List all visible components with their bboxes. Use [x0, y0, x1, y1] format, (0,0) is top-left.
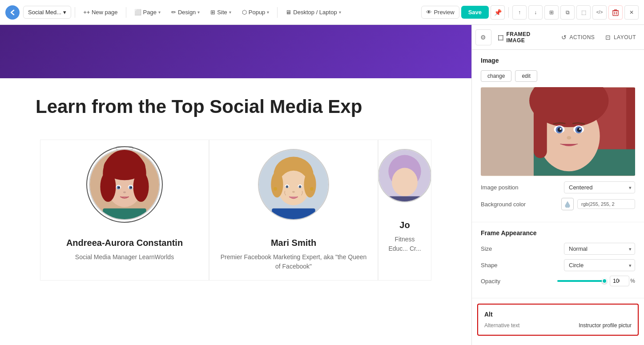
tab-layout[interactable]: ⊡ LAYOUT: [601, 31, 640, 44]
size-select[interactable]: Normal Small Large: [564, 243, 635, 255]
instructor-name-3: Jo: [399, 220, 410, 230]
svg-point-45: [577, 128, 581, 132]
delete-icon: [612, 9, 619, 16]
image-action-buttons: change edit: [481, 70, 635, 82]
opacity-slider-track[interactable]: [557, 280, 606, 282]
save-label: Save: [468, 9, 482, 16]
popup-menu[interactable]: ⬡ Popup ▾: [237, 6, 274, 18]
alt-text-label: Alternative text: [484, 322, 519, 329]
save-button[interactable]: Save: [461, 6, 489, 19]
bg-color-label: Background color: [481, 201, 526, 208]
framed-image-icon: ⬚: [498, 34, 504, 41]
device-chevron: ▾: [339, 10, 341, 15]
instructor-avatar-3[interactable]: [378, 149, 431, 202]
popup-icon: ⬡: [242, 9, 247, 16]
pin-button[interactable]: 📌: [491, 5, 505, 20]
avatar-image-1: [90, 149, 159, 220]
device-label: Desktop / Laptop: [293, 9, 337, 16]
pin-icon: 📌: [494, 9, 502, 16]
move-down-button[interactable]: ↓: [528, 5, 543, 20]
layout-view-button[interactable]: ⊞: [544, 5, 559, 20]
site-name-dropdown[interactable]: Social Med... ▾: [23, 6, 71, 19]
right-panel: ⚙ ⬚ FRAMED IMAGE ↺ ACTIONS ⊡ LAYOUT Imag…: [471, 25, 644, 345]
opacity-controls: %: [557, 276, 635, 286]
page-menu[interactable]: ⬜ Page ▾: [130, 6, 165, 18]
code-button[interactable]: </>: [592, 5, 607, 20]
actions-icon: ↺: [561, 34, 567, 41]
alt-text-value: Instructor profile pictur: [579, 322, 632, 329]
edit-image-button[interactable]: edit: [515, 70, 537, 82]
instructor-card-1[interactable]: Andreea-Aurora Constantin Social Media M…: [40, 140, 209, 281]
avatar-image-3: [379, 149, 431, 202]
design-chevron: ▾: [197, 10, 200, 15]
site-name-chevron: ▾: [63, 9, 66, 16]
bg-color-swatch[interactable]: [561, 198, 574, 210]
change-image-button[interactable]: change: [481, 70, 511, 82]
size-label: Size: [481, 245, 492, 252]
shape-select[interactable]: Circle Square Rounded: [564, 259, 635, 271]
avatar-image-2: [259, 149, 328, 220]
opacity-slider-thumb[interactable]: [602, 278, 607, 284]
instructor-name-2: Mari Smith: [271, 238, 316, 248]
gear-icon: ⚙: [480, 34, 486, 41]
preview-button[interactable]: 👁 Preview: [421, 6, 459, 19]
alt-text-row: Alternative text Instructor profile pict…: [484, 322, 632, 329]
svg-rect-0: [613, 11, 618, 16]
frame-icon: ⬚: [581, 9, 586, 16]
frame-button[interactable]: ⬚: [576, 5, 591, 20]
image-position-select[interactable]: Centered Top Bottom: [564, 181, 635, 193]
page-heading: Learn from the Top Social Media Exp: [27, 96, 445, 117]
svg-point-47: [579, 128, 581, 130]
back-button[interactable]: [5, 5, 20, 20]
close-panel-button[interactable]: ✕: [624, 5, 639, 20]
svg-rect-39: [534, 105, 547, 158]
popup-chevron: ▾: [267, 10, 269, 15]
svg-point-26: [274, 187, 277, 191]
move-up-button[interactable]: ↑: [512, 5, 527, 20]
svg-point-18: [271, 172, 283, 198]
design-label: Design: [178, 9, 196, 16]
svg-point-25: [292, 191, 295, 193]
close-icon: ✕: [629, 9, 634, 16]
opacity-input[interactable]: [610, 276, 629, 286]
opacity-value-wrap: %: [610, 276, 635, 286]
site-menu[interactable]: ⊞ Site ▾: [206, 6, 235, 18]
svg-point-19: [304, 172, 316, 198]
design-menu[interactable]: ✏ Design ▾: [167, 6, 204, 18]
panel-gear-button[interactable]: ⚙: [475, 29, 491, 45]
layout-icon: ⊡: [605, 34, 611, 41]
instructors-grid: Andreea-Aurora Constantin Social Media M…: [27, 140, 445, 281]
site-icon: ⊞: [210, 9, 215, 16]
delete-button[interactable]: [608, 5, 623, 20]
bg-color-input[interactable]: [577, 199, 635, 209]
instructor-avatar-2[interactable]: [258, 149, 329, 220]
tab-actions-label: ACTIONS: [570, 34, 595, 40]
instructor-avatar-1[interactable]: [89, 149, 160, 220]
image-preview[interactable]: [481, 87, 635, 176]
site-chevron: ▾: [229, 10, 231, 15]
preview-image-svg: [481, 87, 635, 176]
canvas-area[interactable]: Learn from the Top Social Media Exp: [0, 25, 471, 345]
opacity-label: Opacity: [481, 278, 500, 285]
code-icon: </>: [596, 10, 603, 15]
tab-framed-image-label: FRAMED IMAGE: [506, 31, 551, 44]
new-page-label: + New page: [87, 9, 118, 16]
copy-button[interactable]: ⧉: [560, 5, 575, 20]
site-name-label: Social Med...: [28, 9, 61, 16]
divider-3: [277, 7, 278, 18]
panel-tabs: ⚙ ⬚ FRAMED IMAGE ↺ ACTIONS ⊡ LAYOUT: [472, 25, 644, 50]
shape-row: Shape Circle Square Rounded: [481, 259, 635, 271]
svg-rect-7: [103, 209, 146, 220]
tab-framed-image[interactable]: ⬚ FRAMED IMAGE: [493, 28, 555, 46]
up-arrow-icon: ↑: [518, 9, 521, 16]
instructor-card-3[interactable]: Jo Fitness Educ... Cr...: [378, 140, 431, 281]
device-selector[interactable]: 🖥 Desktop / Laptop ▾: [281, 6, 345, 18]
page-label: Page: [143, 9, 157, 16]
tab-actions[interactable]: ↺ ACTIONS: [557, 31, 599, 44]
opacity-slider-fill: [557, 280, 604, 282]
opacity-row: Opacity %: [481, 276, 635, 286]
new-page-button[interactable]: + + New page: [79, 6, 122, 18]
image-position-label: Image position: [481, 184, 519, 191]
instructor-card-2[interactable]: Mari Smith Premier Facebook Marketing Ex…: [209, 140, 378, 281]
shape-select-wrap: Circle Square Rounded: [564, 259, 635, 271]
